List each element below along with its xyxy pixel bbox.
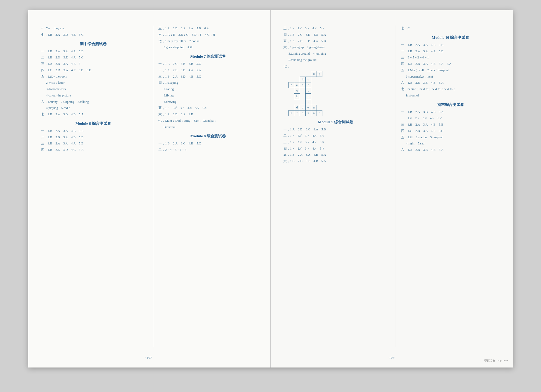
liu-line: 六，1.sunny 2.skipping 3.talking <box>41 99 146 105</box>
cell-empty <box>317 82 322 88</box>
wu4-line: 4.colour the picture <box>41 93 146 99</box>
cell-empty <box>289 77 294 82</box>
qi-c: 七，C <box>401 26 500 32</box>
m7-qi2: Grandma <box>158 124 258 130</box>
section-m9: Module 9 综合测试卷 <box>283 120 388 125</box>
m6-er: 二，1.B 2.B 3.A 4.B 5.B <box>41 134 146 141</box>
m10-wu2: 3.supermarket；next <box>401 74 500 80</box>
cell-empty <box>294 77 300 82</box>
cell-empty <box>300 71 306 77</box>
page-107: 4．Yes，they are. 七，1.B 2.A 3.D 4.E 5.C 期中… <box>28 10 271 368</box>
m7-qi: 七，Mum；Dad；Amy；Sam；Grandpa； <box>158 118 258 124</box>
m9-san: 三，1.√ 2.× 3.√ 4.√ 5.× <box>283 139 388 145</box>
m10-qi2: in front of <box>401 93 500 99</box>
qi-label-108: 七， <box>283 64 388 70</box>
cell-i2: i <box>306 99 311 105</box>
cell-b: b <box>300 77 306 82</box>
crossword-row-1: u p <box>289 71 322 77</box>
m7-wu: 五，1.× 2.√ 3.× 4.× 5.√ 6.× <box>158 105 258 111</box>
san-line-108: 三，1.× 2.√ 3.× 4.× 5.√ <box>283 26 388 32</box>
qi-line: 七，1.B 2.A 3.B 4.B 5.A <box>41 112 146 118</box>
crossword-row-7: d o w n <box>289 105 322 111</box>
cell-k: k <box>294 94 300 99</box>
line-yes-they-are: 4．Yes，they are. <box>41 26 146 32</box>
cell-a: a <box>294 82 300 88</box>
qimo-san: 三，1.B 2.A 3.A 4.B 5.B <box>401 122 500 128</box>
cell-empty <box>317 88 322 94</box>
cell-empty <box>317 99 322 105</box>
m10-yi: 一，1.B 2.A 3.A 4.B 5.B <box>401 42 500 48</box>
m8-yi: 一，1.B 2.A 3.C 4.B 5.C <box>158 141 258 147</box>
cell-s: s <box>300 82 306 88</box>
crossword-row-8: a r o u n d <box>289 111 322 116</box>
page-number-107: · 107 · <box>145 356 154 360</box>
crossword-row-4: c i <box>289 88 322 94</box>
cell-empty <box>300 99 306 105</box>
cell-empty <box>289 94 294 99</box>
page-number-108: ·108· <box>388 356 395 360</box>
qi2-top: 3.goes shopping 4.ill <box>158 44 258 51</box>
section-m10: Module 10 综合测试卷 <box>401 35 500 40</box>
wu-top: 五，1.A 2.B 3.A 4.A 5.B 6.A <box>158 26 258 32</box>
m9-er: 二，1.× 2.√ 3.× 4.× 5.√ <box>283 133 388 139</box>
cell-o2: o <box>300 105 306 111</box>
page107-col1: 4．Yes，they are. 七，1.B 2.A 3.D 4.E 5.C 期中… <box>41 26 146 347</box>
section-m7: Module 7 综合测试卷 <box>158 54 258 59</box>
watermark: 答案名图 mxqe.com <box>484 359 508 362</box>
m6-san: 三，1.B 2.A 3.A 4.A 5.B <box>41 141 146 147</box>
m9-wu: 五，1.B 2.A 3.A 4.B 5.A <box>283 152 388 158</box>
cell-empty <box>289 88 294 94</box>
book-spread: 4．Yes，they are. 七，1.B 2.A 3.D 4.E 5.C 期中… <box>28 10 513 368</box>
m9-si: 四，1.× 2.√ 3.√ 4.× 5.√ <box>283 146 388 152</box>
yi-line: 一，1.B 2.A 3.A 4.A 5.B <box>41 48 146 55</box>
cell-i: i <box>306 88 311 94</box>
m10-wu-title: 五，1.Mrs；well 2.park；hospital <box>401 67 500 74</box>
m7-liu: 六，1.A 2.B 3.A 4.B <box>158 112 258 118</box>
cell-t: t <box>306 82 311 88</box>
section-qimo: 期末综合测试卷 <box>401 102 500 107</box>
line-qi-1b: 七，1.B 2.A 3.D 4.E 5.C <box>41 32 146 38</box>
er-line: 二，1.B 2.D 3.E 4.A 5.C <box>41 55 146 61</box>
cell-n: n <box>311 105 317 111</box>
m10-si: 四，1.A 2.B 3.A 4.B 5.A 6.A <box>401 61 500 67</box>
m7-er: 二，1.A 2.B 3.B 4.A 5.A <box>158 67 258 74</box>
cell-empty <box>311 94 317 99</box>
wu-line-108: 五，1.A 2.B 3.B 4.A 5.B <box>283 38 388 44</box>
m7-si4: 4.drawing <box>158 99 258 105</box>
cell-empty <box>311 82 317 88</box>
m10-san: 三，3－5－2－4－1 <box>401 55 500 61</box>
qimo-si: 四，1.C 2.B 3.A 4.E 5.D <box>401 128 500 134</box>
cell-empty <box>317 105 322 111</box>
cell-d: d <box>317 111 322 116</box>
qimo-wu-title: 五，1.ill 2.station 3.hospital <box>401 134 500 141</box>
qimo-er: 二，1.× 2.√ 3.× 4.× 5.√ <box>401 115 500 121</box>
crossword-row-2: b o <box>289 77 322 82</box>
san-line: 三，1.A 2.B 3.A 4.B 5. <box>41 61 146 67</box>
cell-empty <box>289 71 294 77</box>
liu2-line: 4.playing 5.radio <box>41 105 146 111</box>
cell-t2: t <box>306 94 311 99</box>
m7-si-title: 四，1.sleeping <box>158 80 258 86</box>
page108-col4: 七，C Module 10 综合测试卷 一，1.B 2.A 3.A 4.B 5.… <box>396 26 500 347</box>
cell-p: p <box>317 71 322 77</box>
m9-liu: 六，1.C 2.D 3.E 4.B 5.A <box>283 158 388 164</box>
m7-san: 三，1.B 2.A 3.D 4.E 5.C <box>158 74 258 80</box>
crossword-puzzle: u p b o <box>288 71 388 116</box>
page108-col3: 三，1.× 2.√ 3.× 4.× 5.√ 四，1.B 2.C 3.E 4.D … <box>283 26 388 347</box>
liu3-108: 5.touching the ground <box>283 57 388 63</box>
cell-d: d <box>294 105 300 111</box>
crossword-row-5: k t <box>289 94 322 99</box>
page-108: 三，1.× 2.√ 3.× 4.× 5.√ 四，1.B 2.C 3.E 4.D … <box>271 10 513 368</box>
crossword-table: u p b o <box>288 71 322 116</box>
cell-c: c <box>294 88 300 94</box>
cell-empty <box>306 71 311 77</box>
cell-o: o <box>306 77 311 82</box>
cell-empty <box>294 99 300 105</box>
m10-er: 二，1.B 2.A 3.A 4.A 5.B <box>401 48 500 55</box>
cell-empty <box>300 88 306 94</box>
cell-empty <box>311 88 317 94</box>
section-m8: Module 8 综合测试卷 <box>158 134 258 139</box>
m8-er: 二，2－4－5－1－3 <box>158 147 258 153</box>
m7-si2: 2.eating <box>158 86 258 92</box>
m7-yi: 一，1.A 2.C 3.B 4.B 5.C <box>158 61 258 67</box>
